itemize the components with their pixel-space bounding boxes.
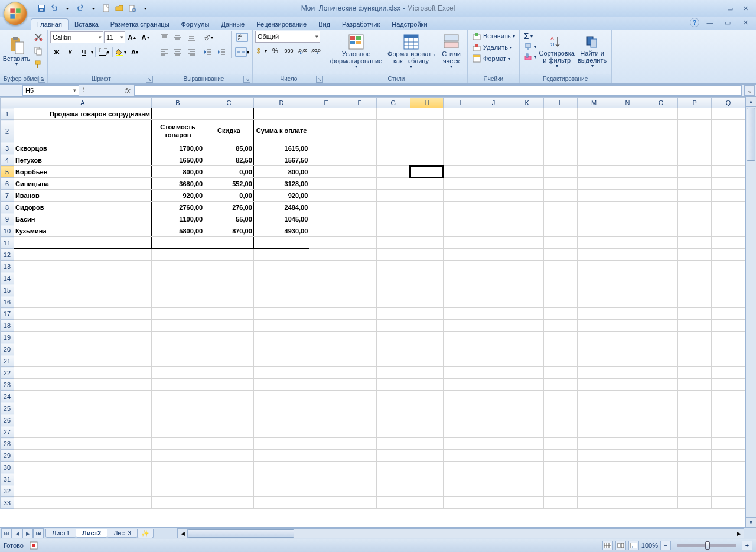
cell-Q13[interactable] <box>712 261 745 272</box>
cell-P9[interactable] <box>678 213 712 225</box>
row-header-17[interactable]: 17 <box>1 308 14 320</box>
cell-O25[interactable] <box>644 402 678 414</box>
cell-B13[interactable] <box>151 261 204 272</box>
cell-M26[interactable] <box>577 414 611 426</box>
cell-O23[interactable] <box>644 379 678 391</box>
save-icon[interactable] <box>35 2 47 14</box>
row-header-15[interactable]: 15 <box>1 284 14 296</box>
cell-D33[interactable] <box>253 497 309 509</box>
cell-P29[interactable] <box>678 450 712 462</box>
cell-N21[interactable] <box>611 355 644 367</box>
col-header-I[interactable]: I <box>444 98 477 108</box>
row-header-19[interactable]: 19 <box>1 332 14 343</box>
cell-H10[interactable] <box>410 225 444 237</box>
sheet-nav-prev[interactable]: ◀ <box>12 528 22 538</box>
sheet-tab-Лист2[interactable]: Лист2 <box>76 529 107 538</box>
cell-A18[interactable] <box>14 320 151 332</box>
cell-L6[interactable] <box>544 178 578 190</box>
cell-I32[interactable] <box>444 485 477 497</box>
cell-H31[interactable] <box>410 473 444 485</box>
cell-O24[interactable] <box>644 391 678 402</box>
row-header-10[interactable]: 10 <box>1 225 14 237</box>
cell-B3[interactable]: 1700,00 <box>151 142 204 154</box>
cell-O15[interactable] <box>644 284 678 296</box>
cell-A8[interactable]: Сидоров <box>14 202 151 213</box>
cell-D25[interactable] <box>253 402 309 414</box>
cell-I10[interactable] <box>444 225 477 237</box>
cell-E30[interactable] <box>309 462 343 473</box>
maximize-button[interactable]: ▭ <box>723 4 737 13</box>
cell-I17[interactable] <box>444 308 477 320</box>
tab-view[interactable]: Вид <box>312 19 336 30</box>
cell-K19[interactable] <box>510 332 544 343</box>
cell-L5[interactable] <box>544 166 578 178</box>
cell-K21[interactable] <box>510 355 544 367</box>
cell-Q15[interactable] <box>712 284 745 296</box>
cell-Q27[interactable] <box>712 426 745 438</box>
cell-G22[interactable] <box>376 367 410 379</box>
cell-B27[interactable] <box>151 426 204 438</box>
expand-formula-bar[interactable]: ⌄ <box>744 85 755 96</box>
cell-P15[interactable] <box>678 284 712 296</box>
cell-D4[interactable]: 1567,50 <box>253 154 309 166</box>
cell-A22[interactable] <box>14 367 151 379</box>
cell-F31[interactable] <box>343 473 377 485</box>
cell-D6[interactable]: 3128,00 <box>253 178 309 190</box>
cell-Q14[interactable] <box>712 272 745 284</box>
cell-P26[interactable] <box>678 414 712 426</box>
cell-P25[interactable] <box>678 402 712 414</box>
cell-J17[interactable] <box>477 308 510 320</box>
cell-C26[interactable] <box>204 414 254 426</box>
cell-A29[interactable] <box>14 450 151 462</box>
cell-D8[interactable]: 2484,00 <box>253 202 309 213</box>
cell-G33[interactable] <box>376 497 410 509</box>
cell-K15[interactable] <box>510 284 544 296</box>
autosum-button[interactable]: Σ <box>522 31 538 41</box>
col-header-N[interactable]: N <box>611 98 644 108</box>
cell-B14[interactable] <box>151 272 204 284</box>
cell-styles-button[interactable]: Стили ячеек▾ <box>438 31 465 72</box>
view-page-layout-icon[interactable] <box>615 541 626 550</box>
cell-H27[interactable] <box>410 426 444 438</box>
cell-P23[interactable] <box>678 379 712 391</box>
cell-C18[interactable] <box>204 320 254 332</box>
cell-O32[interactable] <box>644 485 678 497</box>
comma-icon[interactable]: 000 <box>282 44 295 57</box>
cell-O18[interactable] <box>644 320 678 332</box>
cell-E2[interactable] <box>309 120 343 142</box>
cell-N27[interactable] <box>611 426 644 438</box>
col-header-E[interactable]: E <box>309 98 343 108</box>
cell-E15[interactable] <box>309 284 343 296</box>
cell-G26[interactable] <box>376 414 410 426</box>
cell-K9[interactable] <box>510 213 544 225</box>
cell-K20[interactable] <box>510 343 544 355</box>
tab-review[interactable]: Рецензирование <box>250 19 312 30</box>
cell-I3[interactable] <box>444 142 477 154</box>
cell-O17[interactable] <box>644 308 678 320</box>
cell-A31[interactable] <box>14 473 151 485</box>
view-page-break-icon[interactable] <box>628 541 639 550</box>
fill-color-button[interactable] <box>115 46 128 59</box>
cell-K25[interactable] <box>510 402 544 414</box>
cell-J11[interactable] <box>477 237 510 249</box>
cell-I21[interactable] <box>444 355 477 367</box>
cell-O14[interactable] <box>644 272 678 284</box>
align-bottom-icon[interactable] <box>185 31 198 44</box>
cell-H20[interactable] <box>410 343 444 355</box>
cell-C3[interactable]: 85,00 <box>204 142 254 154</box>
cell-M22[interactable] <box>577 367 611 379</box>
cell-O11[interactable] <box>644 237 678 249</box>
cell-Q9[interactable] <box>712 213 745 225</box>
qat-customize[interactable] <box>139 2 151 14</box>
cell-Q8[interactable] <box>712 202 745 213</box>
cell-L20[interactable] <box>544 343 578 355</box>
cell-M24[interactable] <box>577 391 611 402</box>
cell-J14[interactable] <box>477 272 510 284</box>
col-header-C[interactable]: C <box>204 98 254 108</box>
cell-Q18[interactable] <box>712 320 745 332</box>
cell-J25[interactable] <box>477 402 510 414</box>
cell-P5[interactable] <box>678 166 712 178</box>
align-left-icon[interactable] <box>158 46 171 59</box>
cell-A24[interactable] <box>14 391 151 402</box>
cell-I31[interactable] <box>444 473 477 485</box>
